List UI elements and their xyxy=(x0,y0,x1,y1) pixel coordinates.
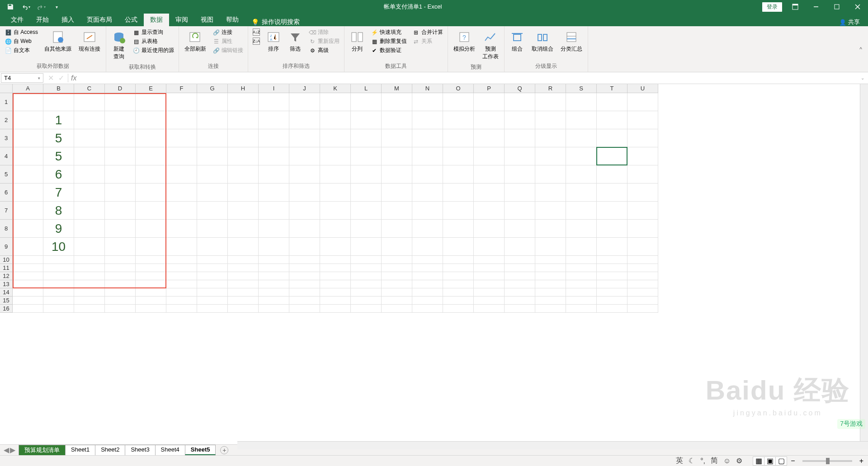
new-sheet-button[interactable]: + xyxy=(220,446,228,454)
cell-U3[interactable] xyxy=(627,129,658,147)
normal-view-button[interactable]: ▦ xyxy=(753,457,764,466)
cell-K7[interactable] xyxy=(320,202,351,220)
sheet-prev-icon[interactable]: ◀ xyxy=(4,446,9,454)
cell-E11[interactable] xyxy=(136,264,166,272)
row-header-1[interactable]: 1 xyxy=(0,93,13,111)
cell-M12[interactable] xyxy=(382,272,412,280)
cell-T1[interactable] xyxy=(597,93,627,111)
cell-N11[interactable] xyxy=(412,264,443,272)
tab-formulas[interactable]: 公式 xyxy=(118,14,144,26)
maximize-icon[interactable] xyxy=(826,0,847,14)
cell-Q6[interactable] xyxy=(505,184,535,202)
col-header-C[interactable]: C xyxy=(74,84,105,93)
cell-J2[interactable] xyxy=(289,111,320,129)
cell-I15[interactable] xyxy=(259,297,289,305)
cell-G8[interactable] xyxy=(197,220,228,238)
cell-H9[interactable] xyxy=(228,238,259,256)
col-header-Q[interactable]: Q xyxy=(505,84,535,93)
cell-P10[interactable] xyxy=(474,256,505,264)
cell-S15[interactable] xyxy=(566,297,597,305)
cell-S8[interactable] xyxy=(566,220,597,238)
consolidate-button[interactable]: ⊞合并计算 xyxy=(410,28,445,37)
cell-A6[interactable] xyxy=(13,184,43,202)
cell-M13[interactable] xyxy=(382,280,412,288)
col-header-G[interactable]: G xyxy=(197,84,228,93)
cell-G2[interactable] xyxy=(197,111,228,129)
cell-F10[interactable] xyxy=(166,256,197,264)
cell-Q8[interactable] xyxy=(505,220,535,238)
cell-U11[interactable] xyxy=(627,264,658,272)
cell-F16[interactable] xyxy=(166,305,197,313)
cell-U14[interactable] xyxy=(627,288,658,297)
row-header-7[interactable]: 7 xyxy=(0,202,13,220)
cell-Q16[interactable] xyxy=(505,305,535,313)
cell-A3[interactable] xyxy=(13,129,43,147)
ungroup-button[interactable]: 取消组合 xyxy=(529,28,556,55)
cell-M4[interactable] xyxy=(382,147,412,165)
cell-G13[interactable] xyxy=(197,280,228,288)
cell-P2[interactable] xyxy=(474,111,505,129)
cell-N1[interactable] xyxy=(412,93,443,111)
cell-B1[interactable] xyxy=(43,93,74,111)
cell-J13[interactable] xyxy=(289,280,320,288)
minimize-icon[interactable] xyxy=(806,0,826,14)
sheet-tab-5[interactable]: Sheet5 xyxy=(185,445,216,455)
ime-settings-icon[interactable]: ⚙ xyxy=(736,457,742,465)
cell-R1[interactable] xyxy=(535,93,566,111)
cell-D3[interactable] xyxy=(105,129,136,147)
cell-U2[interactable] xyxy=(627,111,658,129)
cell-N15[interactable] xyxy=(412,297,443,305)
cells[interactable]: 155678910 xyxy=(13,93,658,313)
cell-K9[interactable] xyxy=(320,238,351,256)
cell-D13[interactable] xyxy=(105,280,136,288)
cell-F4[interactable] xyxy=(166,147,197,165)
cell-H15[interactable] xyxy=(228,297,259,305)
cell-K3[interactable] xyxy=(320,129,351,147)
cell-P4[interactable] xyxy=(474,147,505,165)
cell-T3[interactable] xyxy=(597,129,627,147)
redo-icon[interactable]: ▾ xyxy=(34,0,48,13)
cell-L7[interactable] xyxy=(351,202,382,220)
cell-N5[interactable] xyxy=(412,165,443,184)
cell-U1[interactable] xyxy=(627,93,658,111)
col-header-N[interactable]: N xyxy=(412,84,443,93)
cell-G16[interactable] xyxy=(197,305,228,313)
cell-G4[interactable] xyxy=(197,147,228,165)
col-header-R[interactable]: R xyxy=(535,84,566,93)
cell-G1[interactable] xyxy=(197,93,228,111)
cell-L3[interactable] xyxy=(351,129,382,147)
cell-O10[interactable] xyxy=(443,256,474,264)
cell-J10[interactable] xyxy=(289,256,320,264)
cell-L4[interactable] xyxy=(351,147,382,165)
cell-D14[interactable] xyxy=(105,288,136,297)
cell-U12[interactable] xyxy=(627,272,658,280)
cell-E13[interactable] xyxy=(136,280,166,288)
cell-T16[interactable] xyxy=(597,305,627,313)
cell-L15[interactable] xyxy=(351,297,382,305)
cell-C4[interactable] xyxy=(74,147,105,165)
cell-H8[interactable] xyxy=(228,220,259,238)
cell-N3[interactable] xyxy=(412,129,443,147)
cell-D6[interactable] xyxy=(105,184,136,202)
cell-L10[interactable] xyxy=(351,256,382,264)
cell-R7[interactable] xyxy=(535,202,566,220)
cell-I12[interactable] xyxy=(259,272,289,280)
row-header-12[interactable]: 12 xyxy=(0,272,13,280)
cell-L16[interactable] xyxy=(351,305,382,313)
cell-A14[interactable] xyxy=(13,288,43,297)
ime-tray[interactable]: 英 ☾ °, 简 ☺ ⚙ xyxy=(669,456,750,466)
cell-Q4[interactable] xyxy=(505,147,535,165)
cell-F14[interactable] xyxy=(166,288,197,297)
cell-P15[interactable] xyxy=(474,297,505,305)
cell-J9[interactable] xyxy=(289,238,320,256)
col-header-S[interactable]: S xyxy=(566,84,597,93)
cell-K6[interactable] xyxy=(320,184,351,202)
cell-U9[interactable] xyxy=(627,238,658,256)
from-text-button[interactable]: 📄自文本 xyxy=(3,46,40,55)
cell-K12[interactable] xyxy=(320,272,351,280)
share-button[interactable]: 👤 共享 xyxy=(839,18,863,26)
cell-N12[interactable] xyxy=(412,272,443,280)
cell-O1[interactable] xyxy=(443,93,474,111)
cell-C14[interactable] xyxy=(74,288,105,297)
cell-O7[interactable] xyxy=(443,202,474,220)
